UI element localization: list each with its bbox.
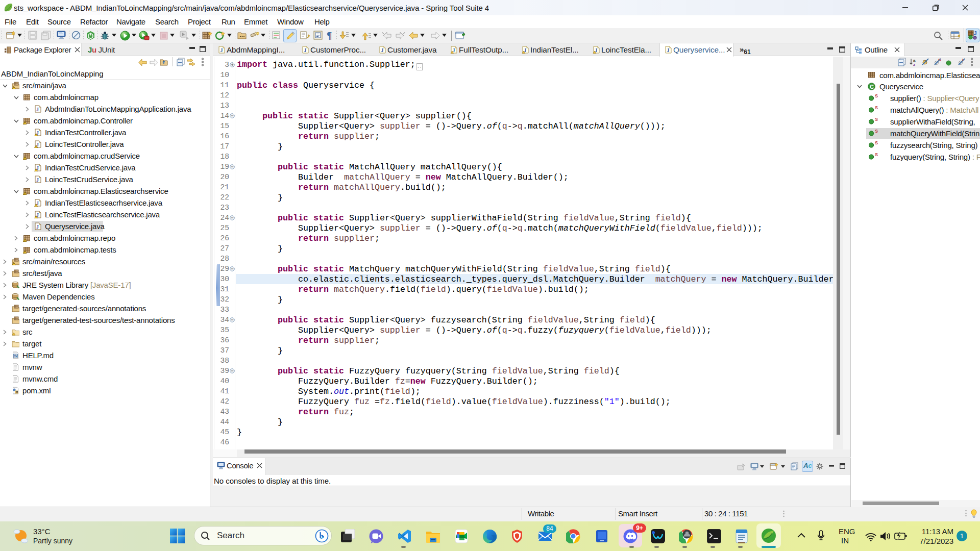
svg-text:J: J [220, 47, 223, 53]
svg-text:M: M [16, 390, 18, 393]
svg-text:J: J [36, 224, 39, 230]
svg-text:L: L [962, 58, 965, 62]
svg-text:J: J [36, 177, 39, 183]
svg-text:z: z [913, 62, 915, 66]
svg-text:J: J [381, 47, 384, 53]
svg-text:J: J [667, 47, 670, 53]
svg-text:S: S [938, 58, 941, 62]
svg-text:C: C [870, 84, 874, 90]
svg-text:J: J [36, 107, 39, 112]
svg-text:W: W [14, 354, 18, 358]
svg-text:J: J [304, 47, 307, 53]
svg-text:J: J [974, 30, 977, 36]
